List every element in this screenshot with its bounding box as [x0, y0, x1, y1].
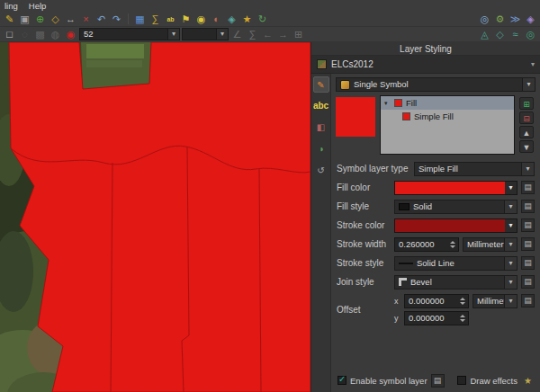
- stroke-color-button[interactable]: [394, 218, 518, 233]
- cancel-icon[interactable]: ◉: [64, 28, 77, 41]
- vertex-tool-icon[interactable]: ◇: [49, 13, 62, 26]
- symbol-tree-buttons: ⊞⊟▲▼: [519, 95, 536, 155]
- renderer-combobox[interactable]: Single Symbol: [336, 77, 536, 92]
- effects-star-icon[interactable]: [521, 374, 535, 388]
- fill-style-combobox[interactable]: Solid: [394, 200, 518, 214]
- select-freehand-icon[interactable]: ◌: [18, 28, 32, 41]
- fill-style-data-defined-button[interactable]: [521, 200, 535, 213]
- stroke-style-combobox[interactable]: Solid Line: [394, 256, 518, 271]
- search-icon[interactable]: ◎: [478, 13, 491, 26]
- join-style-data-defined-button[interactable]: [521, 275, 535, 289]
- field-calculator-icon[interactable]: ∑: [148, 13, 162, 26]
- select-features-icon[interactable]: □: [3, 28, 16, 41]
- stroke-width-data-defined-button[interactable]: [521, 237, 535, 251]
- map-render: [0, 42, 310, 392]
- fill-style-swatch: [399, 203, 410, 210]
- layer-icon: [317, 59, 327, 69]
- tree-row-fill[interactable]: ▾ Fill: [381, 96, 514, 110]
- diagrams-icon[interactable]: ◐: [210, 13, 223, 26]
- refresh-icon[interactable]: ↻: [256, 13, 269, 26]
- offset-x-spinbox[interactable]: 0.000000: [404, 294, 469, 308]
- layer-selector[interactable]: ELCs2012 ▾: [311, 56, 540, 74]
- add-symbol-layer-icon[interactable]: ⊞: [519, 97, 534, 110]
- zoom-next-icon[interactable]: →: [276, 28, 290, 41]
- stroke-style-data-defined-button[interactable]: [521, 256, 535, 270]
- offset-y-spinbox[interactable]: 0.000000: [404, 311, 469, 325]
- fill-swatch: [394, 99, 402, 107]
- cad-tools-icon[interactable]: ◬: [478, 28, 491, 41]
- offset-label: Offset: [337, 305, 391, 315]
- metasearch-icon[interactable]: ◎: [524, 28, 537, 41]
- map-tips-icon[interactable]: ◈: [225, 13, 238, 26]
- measure-icon[interactable]: ∠: [230, 28, 244, 41]
- offset-y-label: y: [394, 314, 400, 323]
- fill-color-button[interactable]: [394, 181, 518, 195]
- processing-toolbox-icon[interactable]: ⚙: [493, 13, 507, 26]
- tab-history-icon[interactable]: ↺: [313, 163, 329, 179]
- move-feature-icon[interactable]: ↔: [64, 13, 77, 26]
- symbol-layer-tree[interactable]: ▾ Fill Simple Fill: [380, 95, 515, 155]
- attributes-toolbar: ▦∑ab⚑◉◐◈★↻: [133, 13, 269, 26]
- layer-styling-panel: Layer Styling ELCs2012 ▾ ✎abc◧◑↺ Single …: [310, 42, 540, 392]
- stroke-color-data-defined-button[interactable]: [521, 218, 535, 232]
- pin-labels-icon[interactable]: ⚑: [179, 13, 193, 26]
- zoom-previous-icon[interactable]: ←: [261, 28, 274, 41]
- attribute-table-icon[interactable]: ▦: [133, 13, 147, 26]
- stroke-width-spinbox[interactable]: 0.260000: [394, 237, 459, 252]
- tab-diagrams-icon[interactable]: ◑: [313, 141, 329, 157]
- plugin-manager-icon[interactable]: ◈: [524, 13, 537, 26]
- tab-masks-icon[interactable]: ◧: [313, 120, 329, 136]
- layer-name: ELCs2012: [331, 59, 374, 69]
- select-by-value-icon[interactable]: ◍: [49, 28, 62, 41]
- fill-color-data-defined-button[interactable]: [521, 181, 535, 194]
- elcs2012-polygon: [9, 42, 310, 392]
- deselect-all-icon[interactable]: ▩: [33, 28, 47, 41]
- current-edits-icon[interactable]: ✎: [3, 13, 16, 26]
- offset-data-defined-button[interactable]: [521, 294, 535, 307]
- add-feature-icon[interactable]: ⊕: [33, 13, 47, 26]
- new-map-view-icon[interactable]: ⊞: [292, 28, 305, 41]
- plugins-toolbar: ◎⚙≫◈: [478, 13, 537, 26]
- stroke-color-swatch: [395, 219, 505, 232]
- enable-symbol-layer-checkbox[interactable]: [338, 376, 346, 385]
- tab-labels-icon[interactable]: abc: [313, 98, 329, 114]
- python-console-icon[interactable]: ≫: [508, 13, 522, 26]
- rotation-combobox[interactable]: [182, 28, 229, 40]
- tracing-icon[interactable]: ≈: [508, 28, 522, 41]
- labeling-icon[interactable]: ab: [164, 13, 177, 26]
- menubar: ling Help: [0, 0, 540, 12]
- redo-icon[interactable]: ↷: [110, 13, 123, 26]
- tree-row-simple-fill[interactable]: Simple Fill: [381, 110, 514, 123]
- expander-icon[interactable]: ▾: [384, 100, 391, 107]
- symbol-layer-type-value: Simple Fill: [418, 163, 458, 175]
- enable-data-defined-button[interactable]: [431, 374, 445, 388]
- delete-feature-icon[interactable]: ×: [79, 13, 93, 26]
- statistics-icon[interactable]: ∑: [246, 28, 259, 41]
- remove-symbol-layer-icon[interactable]: ⊟: [519, 111, 534, 124]
- draw-effects-checkbox[interactable]: [457, 376, 466, 385]
- new-bookmark-icon[interactable]: ★: [240, 13, 254, 26]
- toolbar-row-2: □◌▩◍◉ 52 ∠∑←→⊞ ◬◇≈◎: [0, 27, 540, 42]
- digitizing-toolbar: ✎▣⊕◇↔×↶↷: [3, 13, 123, 26]
- panel-title[interactable]: Layer Styling: [311, 42, 540, 56]
- offset-unit-combobox[interactable]: Millimeters: [472, 294, 518, 308]
- tab-symbology-icon[interactable]: ✎: [313, 76, 329, 93]
- stroke-style-value: Solid Line: [417, 257, 454, 270]
- enable-symbol-layer-label: Enable symbol layer: [350, 376, 428, 386]
- simple-fill-swatch: [402, 112, 410, 120]
- map-canvas[interactable]: [0, 42, 310, 392]
- join-style-swatch: [399, 278, 407, 286]
- menu-item-help[interactable]: Help: [29, 1, 47, 11]
- renderer-icon: [340, 80, 350, 90]
- snapping-icon[interactable]: ◇: [493, 28, 507, 41]
- menu-item-styling[interactable]: ling: [4, 1, 18, 11]
- save-edits-icon[interactable]: ▣: [18, 13, 32, 26]
- symbol-layer-type-combobox[interactable]: Simple Fill: [414, 162, 535, 176]
- join-style-combobox[interactable]: Bevel: [394, 275, 518, 290]
- move-layer-down-icon[interactable]: ▼: [519, 140, 534, 153]
- stroke-width-unit-combobox[interactable]: Millimeters: [463, 237, 518, 252]
- move-layer-up-icon[interactable]: ▲: [519, 126, 534, 138]
- undo-icon[interactable]: ↶: [94, 13, 108, 26]
- highlight-labels-icon[interactable]: ◉: [194, 13, 208, 26]
- scale-combobox[interactable]: 52: [79, 28, 180, 40]
